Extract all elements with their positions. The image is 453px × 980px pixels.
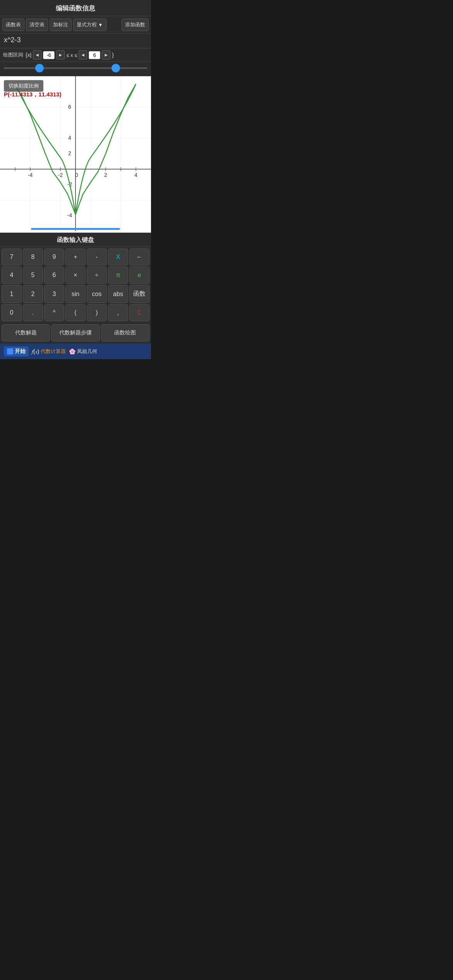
key-cos[interactable]: cos xyxy=(87,285,107,303)
range-left-increase-button[interactable]: ► xyxy=(56,50,65,60)
key-x[interactable]: X xyxy=(108,248,128,266)
start-button[interactable]: 开始 xyxy=(4,346,29,356)
svg-rect-27 xyxy=(31,228,120,230)
geo-label: 凤姐几何 xyxy=(77,348,97,355)
key-6[interactable]: 6 xyxy=(44,267,64,284)
key-clear[interactable]: C xyxy=(129,304,149,321)
key-e[interactable]: e xyxy=(129,267,149,284)
calc-icon: 𝑓(𝑥) xyxy=(32,348,39,355)
key-minus[interactable]: - xyxy=(87,248,107,266)
key-open-paren[interactable]: ( xyxy=(65,304,86,321)
slider-right-thumb[interactable] xyxy=(112,64,120,72)
add-annotation-button[interactable]: 加标注 xyxy=(50,19,72,31)
svg-text:-4: -4 xyxy=(28,172,33,178)
key-3[interactable]: 3 xyxy=(44,285,64,303)
svg-text:2: 2 xyxy=(68,150,71,156)
start-label: 开始 xyxy=(15,348,26,355)
clear-table-button[interactable]: 清空表 xyxy=(26,19,48,31)
key-close-paren[interactable]: ) xyxy=(87,304,107,321)
svg-text:6: 6 xyxy=(68,104,71,110)
svg-text:4: 4 xyxy=(134,172,137,178)
display-equation-button[interactable]: 显式方程 ▼ xyxy=(73,19,106,31)
algebra-solve-button[interactable]: 代数解题 xyxy=(2,324,50,341)
keyboard-title: 函数输入键盘 xyxy=(0,233,151,247)
key-5[interactable]: 5 xyxy=(23,267,43,284)
scale-toggle-button[interactable]: 切换刻度比例 xyxy=(4,80,43,92)
graph-container[interactable]: 切换刻度比例 P(-11.4313，11.4313) -4 -2 0 2 xyxy=(0,76,151,233)
algebra-steps-button[interactable]: 代数解题步骤 xyxy=(51,324,100,341)
svg-text:2: 2 xyxy=(104,172,107,178)
expression-display: x^2-3 xyxy=(0,34,151,48)
point-label: P(-11.4313，11.4313) xyxy=(4,91,61,98)
slider-row xyxy=(0,62,151,76)
key-2[interactable]: 2 xyxy=(23,285,43,303)
function-table-button[interactable]: 函数表 xyxy=(2,19,24,31)
range-right-increase-button[interactable]: ► xyxy=(102,50,110,60)
slider-track[interactable] xyxy=(4,67,147,69)
geometry-app[interactable]: 🌸 凤姐几何 xyxy=(69,348,97,355)
toolbar: 函数表 清空表 加标注 显式方程 ▼ 添加函数 xyxy=(0,16,151,34)
dropdown-arrow-icon: ▼ xyxy=(98,22,103,28)
svg-text:-2: -2 xyxy=(58,172,63,178)
algebra-calculator-app[interactable]: 𝑓(𝑥) 代数计算器 xyxy=(32,348,66,355)
slider-left-thumb[interactable] xyxy=(35,64,44,72)
svg-text:0: 0 xyxy=(75,172,78,178)
geo-icon: 🌸 xyxy=(69,348,76,355)
calc-label: 代数计算器 xyxy=(41,348,66,355)
key-power[interactable]: ^ xyxy=(44,304,64,321)
key-plus[interactable]: + xyxy=(65,248,86,266)
key-8[interactable]: 8 xyxy=(23,248,43,266)
range-right-decrease-button[interactable]: ◄ xyxy=(79,50,87,60)
function-plot-button[interactable]: 函数绘图 xyxy=(101,324,149,341)
range-right-value: 6 xyxy=(89,51,100,59)
key-4[interactable]: 4 xyxy=(2,267,22,284)
range-label: 绘图区间 xyxy=(3,51,23,58)
range-row: 绘图区间 {x| ◄ -6 ► ≤ x ≤ ◄ 6 ► } xyxy=(0,48,151,62)
key-backspace[interactable]: ← xyxy=(129,248,149,266)
range-left-decrease-button[interactable]: ◄ xyxy=(33,50,41,60)
key-1[interactable]: 1 xyxy=(2,285,22,303)
range-brace-close: } xyxy=(112,52,114,58)
svg-text:-4: -4 xyxy=(67,212,72,218)
key-sin[interactable]: sin xyxy=(65,285,86,303)
key-9[interactable]: 9 xyxy=(44,248,64,266)
graph-svg: -4 -2 0 2 4 6 4 2 -2 -4 xyxy=(0,76,151,231)
key-abs[interactable]: abs xyxy=(108,285,128,303)
key-divide[interactable]: ÷ xyxy=(87,267,107,284)
key-multiply[interactable]: × xyxy=(65,267,86,284)
range-inequality: ≤ x ≤ xyxy=(66,52,77,58)
range-left-value: -6 xyxy=(43,51,55,59)
action-row: 代数解题 代数解题步骤 函数绘图 xyxy=(0,323,151,344)
key-func[interactable]: 函数 xyxy=(129,285,149,303)
page-title: 编辑函数信息 xyxy=(0,0,151,16)
key-7[interactable]: 7 xyxy=(2,248,22,266)
key-pi[interactable]: π xyxy=(108,267,128,284)
key-dot[interactable]: . xyxy=(23,304,43,321)
svg-text:4: 4 xyxy=(68,135,71,141)
range-brace-open: {x| xyxy=(26,52,31,58)
taskbar: 开始 𝑓(𝑥) 代数计算器 🌸 凤姐几何 xyxy=(0,344,151,359)
start-icon xyxy=(7,348,13,355)
key-0[interactable]: 0 xyxy=(2,304,22,321)
key-comma[interactable]: , xyxy=(108,304,128,321)
keyboard-grid: 7 8 9 + - X ← 4 5 6 × ÷ π e 1 2 3 sin co… xyxy=(0,247,151,323)
add-function-button[interactable]: 添加函数 xyxy=(122,19,149,31)
